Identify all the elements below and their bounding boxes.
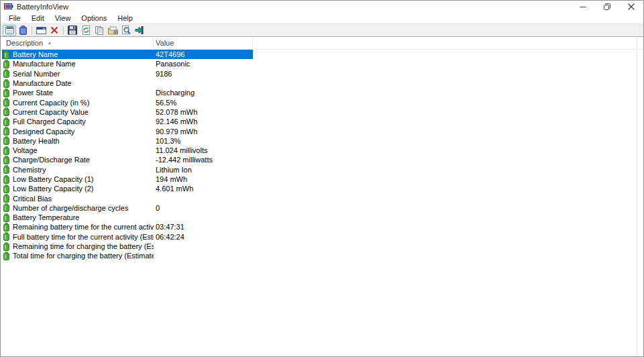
- menu-file[interactable]: File: [3, 13, 26, 23]
- table-row[interactable]: Manufacture Name Panasonic: [2, 59, 253, 68]
- green-battery-icon: [3, 185, 9, 193]
- row-value: 56.5%: [154, 99, 253, 107]
- row-value: -12.442 milliwatts: [154, 156, 253, 164]
- green-battery-icon: [3, 69, 9, 78]
- row-value: 03:47:31: [154, 223, 253, 231]
- table-row[interactable]: Manufacture Date: [2, 79, 253, 88]
- menu-bar: File Edit View Options Help: [1, 12, 643, 23]
- delete-button[interactable]: [48, 25, 61, 36]
- table-row[interactable]: Battery Health 101.3%: [2, 136, 253, 146]
- properties-icon: [108, 26, 118, 35]
- battery-log-view-button[interactable]: [16, 25, 30, 36]
- table-row[interactable]: Full Charged Capacity 92.146 mWh: [2, 117, 253, 126]
- row-description: Manufacture Date: [13, 79, 71, 87]
- green-battery-icon: [3, 194, 9, 203]
- save-button[interactable]: [66, 25, 79, 36]
- table-row[interactable]: Battery Name 42T4696: [2, 50, 253, 59]
- table-row[interactable]: Full battery time for the current activi…: [2, 232, 253, 242]
- refresh-button[interactable]: [79, 25, 93, 36]
- green-battery-icon: [3, 165, 9, 174]
- battery-info-view-button[interactable]: [3, 25, 16, 36]
- find-button[interactable]: [119, 25, 133, 36]
- advanced-options-button[interactable]: [133, 25, 146, 36]
- menu-help[interactable]: Help: [112, 13, 138, 23]
- row-value: 92.146 mWh: [154, 117, 253, 125]
- green-battery-icon: [3, 98, 9, 107]
- battery-log-icon: [19, 26, 28, 35]
- floppy-disk-icon: [68, 26, 77, 35]
- window-title: BatteryInfoView: [17, 3, 68, 11]
- minimize-button[interactable]: [571, 1, 595, 12]
- column-header-description-label: Description: [6, 39, 43, 47]
- list-rows: Battery Name 42T4696 Manufacture Name Pa…: [2, 50, 643, 261]
- table-row[interactable]: Serial Number 9186: [2, 69, 253, 79]
- menu-options[interactable]: Options: [76, 13, 112, 23]
- green-battery-icon: [3, 242, 9, 251]
- row-value: 4.601 mWh: [154, 185, 253, 193]
- green-battery-icon: [3, 223, 9, 232]
- toolbar-separator: [32, 26, 32, 35]
- properties-button[interactable]: [106, 25, 119, 36]
- row-description: Battery Health: [13, 137, 60, 145]
- table-row[interactable]: Remaining time for charging the battery …: [2, 242, 253, 251]
- green-battery-icon: [3, 89, 9, 97]
- row-value: Panasonic: [154, 60, 253, 68]
- table-row[interactable]: Low Battery Capacity (2) 4.601 mWh: [2, 184, 253, 193]
- green-battery-icon: [3, 117, 9, 126]
- row-value: 42T4696: [154, 50, 253, 58]
- row-value: 9186: [154, 70, 253, 78]
- row-description: Charge/Discharge Rate: [13, 156, 90, 164]
- table-row[interactable]: Current Capacity Value 52.078 mWh: [2, 107, 253, 117]
- battery-info-list: Description ▲ Value Battery Name 42T4696: [1, 37, 643, 356]
- app-window: BatteryInfoView File Edit View Op: [0, 0, 644, 357]
- title-bar: BatteryInfoView: [1, 1, 643, 12]
- green-battery-icon: [3, 136, 9, 145]
- copy-icon: [95, 26, 104, 35]
- row-description: Battery Name: [13, 50, 58, 58]
- row-value: 194 mWh: [154, 175, 253, 183]
- row-description: Number of charge/discharge cycles: [13, 204, 128, 212]
- toolbar-separator: [63, 26, 64, 35]
- row-value: 101.3%: [154, 137, 253, 145]
- close-button[interactable]: [619, 1, 643, 12]
- table-row[interactable]: Number of charge/discharge cycles 0: [2, 203, 253, 213]
- choose-columns-button[interactable]: [34, 25, 48, 36]
- green-battery-icon: [3, 175, 9, 184]
- column-header-value[interactable]: Value: [154, 37, 253, 49]
- table-row[interactable]: Current Capacity (in %) 56.5%: [2, 97, 253, 107]
- table-row[interactable]: Charge/Discharge Rate -12.442 milliwatts: [2, 155, 253, 164]
- green-battery-icon: [3, 60, 9, 68]
- green-battery-icon: [3, 107, 9, 116]
- row-description: Full Charged Capacity: [13, 117, 86, 125]
- row-description: Chemistry: [13, 166, 46, 174]
- table-row[interactable]: Battery Temperature: [2, 213, 253, 222]
- table-row[interactable]: Total time for charging the battery (Est…: [2, 251, 253, 260]
- table-row[interactable]: Remaining battery time for the current a…: [2, 222, 253, 232]
- menu-view[interactable]: View: [50, 13, 76, 23]
- green-battery-icon: [3, 146, 9, 155]
- battery-info-icon: [5, 26, 15, 35]
- list-header: Description ▲ Value: [1, 37, 643, 50]
- row-description: Current Capacity Value: [13, 108, 89, 116]
- green-battery-icon: [3, 203, 9, 212]
- row-description: Critical Bias: [13, 195, 52, 203]
- table-row[interactable]: Voltage 11.024 millivolts: [2, 146, 253, 155]
- exit-arrow-icon: [135, 26, 144, 35]
- table-row[interactable]: Low Battery Capacity (1) 194 mWh: [2, 174, 253, 184]
- table-row[interactable]: Power State Discharging: [2, 88, 253, 97]
- menu-edit[interactable]: Edit: [26, 13, 50, 23]
- row-description: Serial Number: [13, 70, 60, 78]
- table-row[interactable]: Chemistry Lithium Ion: [2, 165, 253, 174]
- row-value: 52.078 mWh: [154, 108, 253, 116]
- row-value: 06:42:24: [154, 233, 253, 241]
- green-battery-icon: [3, 156, 9, 164]
- column-header-description[interactable]: Description ▲: [1, 37, 154, 49]
- red-x-icon: [50, 26, 58, 34]
- table-row[interactable]: Designed Capacity 90.979 mWh: [2, 126, 253, 136]
- maximize-restore-button[interactable]: [595, 1, 619, 12]
- green-battery-icon: [3, 213, 9, 222]
- row-description: Voltage: [13, 146, 38, 154]
- copy-button[interactable]: [93, 25, 106, 36]
- row-description: Manufacture Name: [13, 60, 76, 68]
- table-row[interactable]: Critical Bias: [2, 193, 253, 203]
